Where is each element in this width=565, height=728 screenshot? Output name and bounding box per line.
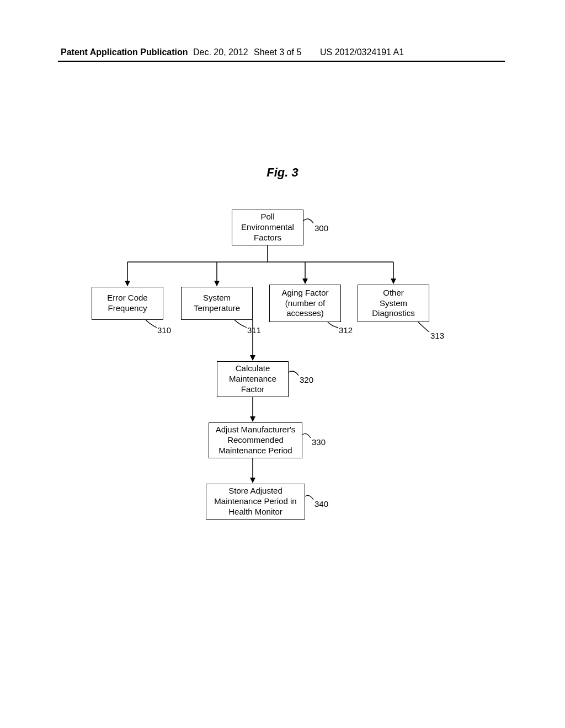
box-other-diagnostics-text: Other System Diagnostics — [372, 288, 415, 319]
ref-320: 320 — [300, 375, 313, 384]
sheet-indicator: Sheet 3 of 5 — [254, 47, 301, 57]
box-other-diagnostics: Other System Diagnostics — [358, 285, 429, 322]
patent-figure-page: Patent Application Publication Dec. 20, … — [0, 0, 565, 728]
ref-340: 340 — [315, 499, 328, 508]
box-calculate-text: Calculate Maintenance Factor — [229, 363, 276, 394]
publication-date: Dec. 20, 2012 — [193, 47, 248, 57]
header-rule — [58, 61, 505, 62]
box-poll: Poll Environmental Factors — [232, 210, 303, 245]
ref-310: 310 — [157, 325, 171, 335]
box-error-code-text: Error Code Frequency — [107, 293, 147, 314]
ref-300: 300 — [315, 223, 328, 233]
publication-type: Patent Application Publication — [61, 47, 188, 57]
ref-311: 311 — [247, 325, 261, 335]
box-system-temperature: System Temperature — [181, 287, 253, 320]
box-error-code: Error Code Frequency — [92, 287, 163, 320]
publication-number: US 2012/0324191 A1 — [320, 47, 404, 57]
box-store: Store Adjusted Maintenance Period in Hea… — [206, 484, 305, 520]
ref-313: 313 — [430, 331, 444, 340]
box-aging-factor: Aging Factor (number of accesses) — [269, 285, 341, 322]
figure-label: Fig. 3 — [0, 165, 565, 180]
box-adjust: Adjust Manufacturer's Recommended Mainte… — [209, 422, 302, 458]
ref-312: 312 — [339, 325, 353, 335]
ref-330: 330 — [312, 437, 326, 447]
box-adjust-text: Adjust Manufacturer's Recommended Mainte… — [216, 425, 296, 456]
box-aging-factor-text: Aging Factor (number of accesses) — [281, 288, 328, 319]
box-system-temperature-text: System Temperature — [194, 293, 240, 314]
box-calculate: Calculate Maintenance Factor — [217, 361, 289, 397]
box-store-text: Store Adjusted Maintenance Period in Hea… — [214, 486, 296, 517]
box-poll-text: Poll Environmental Factors — [241, 212, 294, 243]
